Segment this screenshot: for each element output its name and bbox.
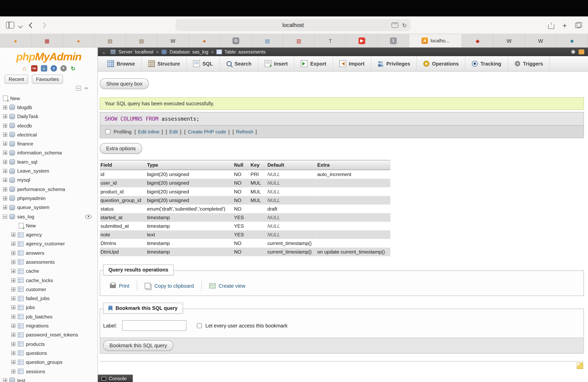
tree-item-questions[interactable]: questions — [3, 348, 98, 358]
expand-icon[interactable] — [11, 369, 15, 373]
tree-item-failed_jobs[interactable]: failed_jobs — [3, 294, 98, 303]
tab-overview-icon[interactable] — [575, 22, 582, 28]
sticky-note-icon[interactable] — [577, 363, 583, 369]
tab-import[interactable]: Import — [333, 56, 371, 71]
tab-operations[interactable]: Operations — [417, 56, 465, 71]
tree-item-password_reset_tokens[interactable]: password_reset_tokens — [3, 330, 98, 340]
tree-item-dailytask[interactable]: DailyTask — [3, 112, 98, 121]
table-row[interactable]: idbigint(20) unsignedNOPRINULLauto_incre… — [100, 170, 390, 179]
collapse-all-icon[interactable] — [76, 86, 81, 90]
browser-tab[interactable]: T — [315, 34, 346, 47]
copy-button[interactable]: Copy to clipboard — [137, 281, 201, 291]
eye-icon[interactable] — [85, 214, 92, 219]
tree-item-performance_schema[interactable]: performance_schema — [3, 185, 98, 194]
tree-item-blogdb[interactable]: blogdb — [3, 103, 98, 112]
bookmark-submit-button[interactable]: Bookmark this SQL query — [103, 340, 173, 351]
table-row[interactable]: DtmUpdtimestampNOcurrent_timestamp()on u… — [100, 248, 390, 256]
tab-sql[interactable]: SQL — [187, 56, 220, 71]
translate-icon[interactable] — [392, 22, 399, 28]
tree-item-products[interactable]: products — [3, 340, 98, 349]
create-view-button[interactable]: Create view — [201, 281, 253, 291]
expand-icon[interactable] — [3, 205, 7, 210]
settings-icon[interactable]: * — [60, 65, 67, 72]
tab-structure[interactable]: Structure — [142, 56, 187, 71]
help-icon[interactable]: ? — [50, 65, 57, 72]
table-row[interactable]: user_idbigint(20) unsignedNOMULNULL — [100, 179, 390, 187]
expand-icon[interactable] — [3, 196, 7, 200]
tree-item-test[interactable]: test — [3, 376, 98, 382]
profiling-link-edit[interactable]: Edit — [169, 129, 178, 134]
show-query-box-button[interactable]: Show query box — [100, 78, 149, 89]
tree-item-queue_system[interactable]: queue_system — [3, 203, 98, 212]
breadcrumb-server[interactable]: Server: localhost — [119, 49, 154, 55]
tree-item-answers[interactable]: answers — [3, 248, 98, 258]
tree-item-agency_customer[interactable]: agency_customer — [3, 239, 98, 248]
tab-tracking[interactable]: Tracking — [465, 56, 508, 71]
favourites-button[interactable]: Favourites — [32, 75, 63, 84]
expand-icon[interactable] — [3, 378, 7, 382]
browser-tab[interactable]: ● — [63, 34, 94, 47]
table-row[interactable]: notetextYESNULL — [100, 230, 390, 239]
expand-icon[interactable] — [11, 333, 15, 337]
table-row[interactable]: question_group_idbigint(20) unsignedNOMU… — [100, 196, 390, 205]
expand-icon[interactable] — [11, 315, 15, 319]
table-row[interactable]: submitted_attimestampYESNULL — [100, 222, 390, 230]
browser-tab[interactable]: ■ — [557, 34, 588, 47]
expand-icon[interactable] — [3, 187, 7, 191]
tree-item-elecdb[interactable]: elecdb — [3, 121, 98, 130]
expand-icon[interactable] — [11, 251, 15, 255]
browser-tab[interactable]: W — [157, 34, 189, 47]
tab-triggers[interactable]: Triggers — [508, 56, 550, 71]
tree-item-information_schema[interactable]: information_schema — [3, 148, 98, 157]
profiling-checkbox[interactable] — [105, 129, 110, 134]
expand-icon[interactable] — [3, 114, 7, 118]
expand-icon[interactable] — [3, 169, 7, 173]
browser-tab[interactable]: ▦ — [31, 34, 63, 47]
refresh-icon[interactable]: ↻ — [402, 22, 407, 28]
browser-tab[interactable]: W — [525, 34, 556, 47]
expand-icon[interactable] — [11, 306, 15, 310]
profiling-link-create-php-code[interactable]: Create PHP code — [188, 129, 226, 134]
expand-icon[interactable] — [579, 50, 584, 54]
expand-icon[interactable] — [3, 160, 7, 164]
tree-item-leave_system[interactable]: Leave_system — [3, 166, 98, 176]
expand-icon[interactable] — [11, 287, 15, 291]
bookmark-access-checkbox[interactable] — [197, 323, 202, 328]
tab-browse[interactable]: Browse — [101, 56, 142, 71]
expand-icon[interactable] — [3, 105, 7, 110]
active-browser-tab[interactable]: Alocalho... — [409, 34, 462, 47]
expand-icon[interactable] — [3, 123, 7, 128]
browser-tab[interactable]: G — [220, 34, 252, 47]
forward-icon[interactable] — [41, 22, 46, 28]
home-icon[interactable]: ⌂ — [21, 65, 28, 72]
tree-item-mysql[interactable]: mysql — [3, 176, 98, 185]
expand-icon[interactable] — [11, 242, 15, 246]
tab-search[interactable]: Search — [220, 56, 258, 71]
expand-icon[interactable] — [11, 360, 15, 364]
browser-tab[interactable]: ◆ — [462, 34, 493, 47]
browser-tab[interactable]: ● — [189, 34, 220, 47]
tree-item-customer[interactable]: customer — [3, 285, 98, 294]
share-icon[interactable] — [548, 21, 554, 29]
new-tab-icon[interactable]: + — [562, 21, 567, 29]
bookmark-label-input[interactable] — [122, 320, 186, 331]
browser-tab[interactable]: W — [494, 34, 525, 47]
tab-insert[interactable]: Insert — [258, 56, 294, 71]
table-row[interactable]: statusenum('draft','submitted','complete… — [100, 205, 390, 213]
expand-icon[interactable] — [11, 351, 15, 355]
page-settings-icon[interactable] — [571, 50, 576, 54]
browser-tab[interactable]: ▤ — [252, 34, 283, 47]
tree-item-agency[interactable]: agency — [3, 230, 98, 239]
expand-icon[interactable] — [11, 342, 15, 346]
recent-button[interactable]: Recent — [5, 75, 28, 84]
browser-tab[interactable]: ▶ — [346, 34, 378, 47]
tab-privileges[interactable]: Privileges — [371, 56, 417, 71]
profiling-link-refresh[interactable]: Refresh — [236, 129, 253, 134]
browser-tab[interactable]: ▤ — [126, 34, 157, 47]
info-icon[interactable]: i — [41, 65, 47, 72]
tree-item-job_batches[interactable]: job_batches — [3, 312, 98, 321]
logout-icon[interactable]: ↪ — [31, 65, 37, 72]
expand-icon[interactable] — [3, 133, 7, 137]
console-bar[interactable]: Console — [98, 375, 133, 382]
tree-item-new[interactable]: New — [3, 221, 98, 230]
